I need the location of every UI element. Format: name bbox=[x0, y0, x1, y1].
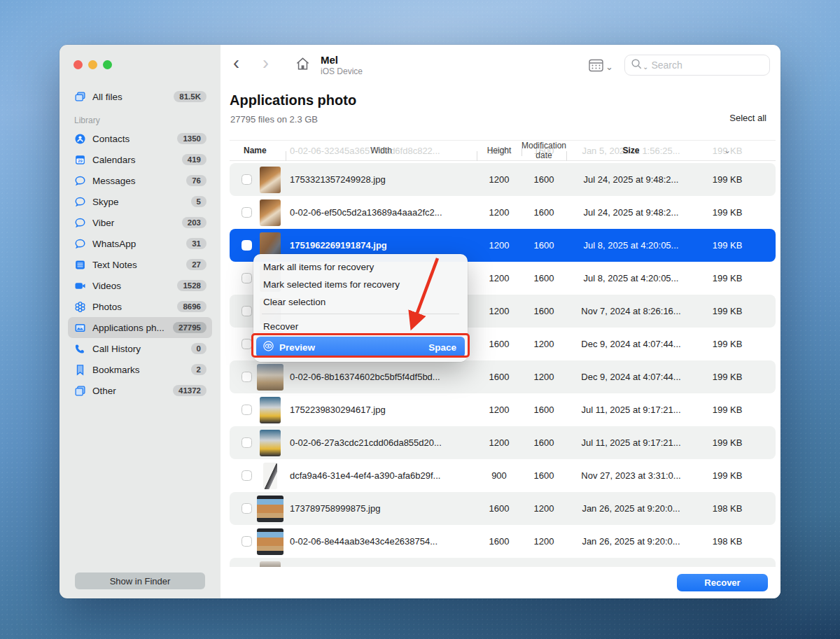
sidebar-item-viber[interactable]: Viber203 bbox=[68, 212, 212, 233]
device-breadcrumb[interactable]: Mel iOS Device bbox=[321, 54, 363, 76]
table-row[interactable]: 1752239830294617.jpg12001600Jul 11, 2025… bbox=[230, 393, 776, 426]
file-size: 199 KB bbox=[696, 174, 759, 185]
home-icon[interactable] bbox=[295, 55, 311, 75]
recover-button[interactable]: Recover bbox=[677, 574, 768, 591]
view-options-button[interactable]: ⌄ bbox=[589, 59, 613, 74]
column-header-name[interactable]: Name bbox=[230, 146, 286, 155]
sidebar-item-photos[interactable]: Photos8696 bbox=[68, 296, 212, 317]
sidebar: All files 81.5K Library Contacts135029Ca… bbox=[59, 45, 220, 598]
row-checkbox[interactable] bbox=[241, 174, 252, 185]
row-checkbox[interactable] bbox=[241, 503, 252, 514]
table-row[interactable] bbox=[230, 558, 776, 567]
file-width: 900 bbox=[477, 470, 522, 481]
file-height: 1200 bbox=[522, 503, 566, 514]
sidebar-item-all-files[interactable]: All files 81.5K bbox=[68, 86, 212, 107]
zoom-button[interactable] bbox=[103, 60, 112, 69]
file-height: 1200 bbox=[522, 372, 566, 382]
sidebar-item-label: All files bbox=[92, 92, 167, 102]
sidebar-item-messages[interactable]: Messages76 bbox=[68, 170, 212, 191]
eye-icon bbox=[263, 341, 274, 354]
sidebar-item-calendars[interactable]: 29Calendars419 bbox=[68, 149, 212, 170]
search-input[interactable] bbox=[651, 59, 778, 71]
file-table-body: 1753321357249928.jpg12001600Jul 24, 2025… bbox=[230, 163, 776, 567]
file-width: 1600 bbox=[477, 503, 522, 514]
file-mod-date: Jul 11, 2025 at 9:17:21... bbox=[566, 405, 696, 415]
sidebar-item-call-history[interactable]: Call History0 bbox=[68, 338, 212, 359]
context-menu-item-preview[interactable]: Preview Space bbox=[256, 337, 465, 358]
file-size: 199 KB bbox=[696, 470, 759, 481]
device-subtitle: iOS Device bbox=[321, 66, 363, 76]
file-thumbnail bbox=[260, 199, 281, 226]
table-row[interactable]: 1753321357249928.jpg12001600Jul 24, 2025… bbox=[230, 163, 776, 196]
sidebar-item-label: Applications ph... bbox=[92, 323, 167, 333]
file-name: 0-02-06-27a3cdc21cdd06da855d20... bbox=[286, 437, 477, 448]
sidebar-item-whatsapp[interactable]: WhatsApp31 bbox=[68, 233, 212, 254]
row-checkbox[interactable] bbox=[241, 470, 252, 481]
count-badge: 2 bbox=[191, 364, 206, 375]
sidebar-item-applications-ph[interactable]: Applications ph...27795 bbox=[68, 317, 212, 338]
file-width: 1200 bbox=[477, 240, 522, 251]
file-name: dcfa9a46-31e4-4ef4-a390-afa6b29f... bbox=[286, 470, 477, 481]
page-subtitle: 27795 files on 2.3 GB bbox=[230, 114, 318, 125]
forward-button[interactable]: › bbox=[262, 53, 269, 73]
row-checkbox[interactable] bbox=[241, 536, 252, 547]
row-checkbox[interactable] bbox=[241, 207, 252, 218]
bubble-icon bbox=[74, 174, 86, 187]
file-height: 1600 bbox=[522, 306, 566, 316]
sidebar-item-other[interactable]: Other41372 bbox=[68, 380, 212, 401]
row-checkbox[interactable] bbox=[241, 405, 252, 415]
other-icon bbox=[74, 384, 86, 397]
app-window: All files 81.5K Library Contacts135029Ca… bbox=[59, 45, 780, 598]
file-name: 0-02-06-ef50c5d2a13689a4aaa2fc2... bbox=[286, 207, 477, 218]
file-width: 1200 bbox=[477, 405, 522, 415]
context-menu-item-mark-all-items-for-recovery[interactable]: Mark all items for recovery bbox=[253, 258, 468, 276]
table-row[interactable]: 0-02-06-8b16374602bc5bf5f4df5bd...160012… bbox=[230, 360, 776, 393]
window-controls bbox=[74, 60, 212, 69]
row-checkbox[interactable] bbox=[241, 273, 252, 283]
sidebar-item-label: Text Notes bbox=[92, 260, 180, 270]
row-checkbox[interactable] bbox=[241, 240, 252, 251]
context-menu-item-clear-selection[interactable]: Clear selection bbox=[253, 293, 468, 311]
file-height: 1600 bbox=[522, 405, 566, 415]
table-row[interactable]: 173789758999875.jpg16001200Jan 26, 2025 … bbox=[230, 492, 776, 525]
column-header-height[interactable]: Height bbox=[477, 146, 522, 155]
search-field[interactable]: ⌄ bbox=[624, 55, 770, 76]
row-checkbox[interactable] bbox=[241, 372, 252, 382]
sidebar-item-skype[interactable]: Skype5 bbox=[68, 191, 212, 212]
file-thumbnail bbox=[260, 430, 281, 456]
row-checkbox[interactable] bbox=[241, 306, 252, 316]
close-button[interactable] bbox=[74, 60, 83, 69]
grid-view-icon bbox=[589, 59, 603, 74]
back-button[interactable]: ‹ bbox=[233, 53, 239, 73]
sidebar-item-videos[interactable]: Videos1528 bbox=[68, 275, 212, 296]
file-width: 1600 bbox=[477, 372, 522, 382]
table-header: 0-02-06-32345a365775ad6fd8c822... 1200 1… bbox=[230, 140, 776, 161]
table-row[interactable]: 0-02-06-8e44aab3e43c4e2638754...16001200… bbox=[230, 525, 776, 558]
app-photo-icon bbox=[74, 321, 86, 334]
count-badge: 8696 bbox=[177, 301, 206, 312]
file-size: 198 KB bbox=[696, 536, 759, 547]
column-header-modification-date[interactable]: Modification date bbox=[522, 141, 566, 160]
sidebar-item-bookmarks[interactable]: Bookmarks2 bbox=[68, 359, 212, 380]
file-name: 173789758999875.jpg bbox=[286, 503, 477, 514]
select-all-button[interactable]: Select all bbox=[729, 113, 766, 123]
table-row[interactable]: 0-02-06-ef50c5d2a13689a4aaa2fc2...120016… bbox=[230, 196, 776, 229]
column-header-size[interactable]: Size bbox=[566, 146, 696, 155]
sort-chevron-icon[interactable]: ⌄ bbox=[696, 146, 759, 155]
table-row[interactable]: 0-02-06-27a3cdc21cdd06da855d20...1200160… bbox=[230, 426, 776, 459]
context-menu-item-mark-selected-items-for-recovery[interactable]: Mark selected items for recovery bbox=[253, 276, 468, 293]
context-menu-item-recover[interactable]: Recover bbox=[253, 318, 468, 335]
file-height: 1600 bbox=[522, 174, 566, 185]
show-in-finder-button[interactable]: Show in Finder bbox=[75, 573, 205, 589]
sidebar-item-contacts[interactable]: Contacts1350 bbox=[68, 128, 212, 149]
sidebar-item-label: Viber bbox=[92, 218, 176, 228]
row-checkbox[interactable] bbox=[241, 437, 252, 448]
file-name: 1751962269191874.jpg bbox=[286, 240, 477, 251]
table-row[interactable]: dcfa9a46-31e4-4ef4-a390-afa6b29f...90016… bbox=[230, 459, 776, 492]
file-size: 199 KB bbox=[696, 405, 759, 415]
row-checkbox[interactable] bbox=[241, 339, 252, 349]
phone-icon bbox=[74, 342, 86, 355]
column-header-width[interactable]: Width bbox=[286, 146, 477, 155]
minimize-button[interactable] bbox=[88, 60, 97, 69]
sidebar-item-text-notes[interactable]: Text Notes27 bbox=[68, 254, 212, 275]
